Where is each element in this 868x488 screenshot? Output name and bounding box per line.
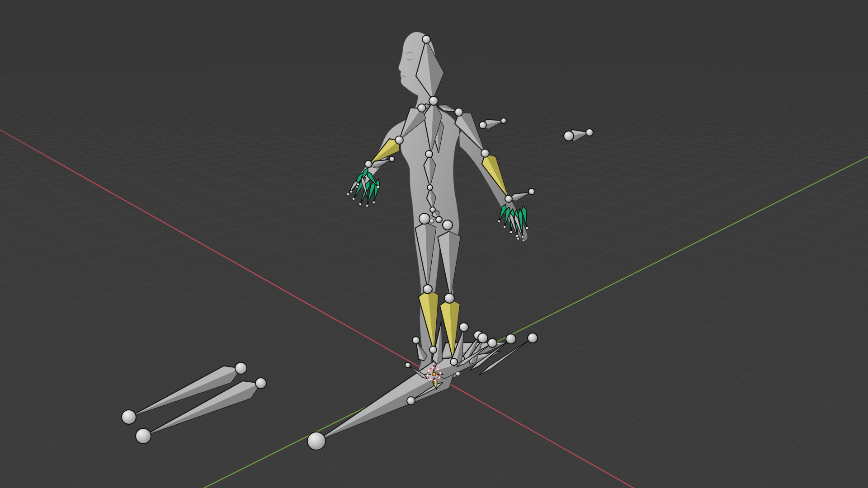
joint-sphere[interactable] [418,104,426,112]
joint-sphere[interactable] [443,220,453,230]
joint-sphere[interactable] [505,195,512,202]
joint-sphere[interactable] [389,156,395,162]
joint-sphere[interactable] [407,397,415,405]
joint-sphere[interactable] [564,131,574,141]
finger-tip-sphere[interactable] [503,225,506,228]
joint-sphere[interactable] [506,334,516,344]
joint-sphere[interactable] [488,338,497,347]
finger-tip-sphere[interactable] [509,231,512,234]
joint-sphere[interactable] [136,428,151,444]
joint-sphere[interactable] [479,122,486,129]
joint-sphere[interactable] [395,136,403,144]
finger-tip-sphere[interactable] [347,193,349,196]
finger-tip-sphere[interactable] [517,237,519,240]
joint-sphere[interactable] [456,371,460,376]
joint-sphere[interactable] [429,96,438,105]
joint-sphere[interactable] [405,362,410,368]
finger-tip-sphere[interactable] [373,201,375,204]
cursor-center-dot [432,372,436,376]
joint-sphere[interactable] [478,333,488,343]
finger-tip-sphere[interactable] [521,235,524,238]
joint-sphere[interactable] [444,293,454,303]
joint-sphere[interactable] [422,35,430,43]
joint-sphere[interactable] [436,216,442,223]
joint-sphere[interactable] [235,362,247,374]
joint-sphere[interactable] [501,118,506,123]
joint-sphere[interactable] [528,333,538,343]
joint-sphere[interactable] [429,346,437,353]
joint-sphere[interactable] [586,129,593,136]
finger-tip-sphere[interactable] [359,203,362,206]
finger-tip-sphere[interactable] [516,235,519,237]
joint-sphere[interactable] [455,108,463,116]
finger-tip-sphere[interactable] [522,239,525,242]
joint-sphere[interactable] [307,432,326,450]
finger-tip-sphere[interactable] [366,204,368,207]
joint-sphere[interactable] [419,213,430,224]
finger-tip-sphere[interactable] [377,186,379,188]
joint-sphere[interactable] [459,323,468,332]
joint-sphere[interactable] [412,337,420,344]
viewport-3d[interactable] [0,0,868,488]
joint-sphere[interactable] [423,285,432,294]
joint-sphere[interactable] [450,358,458,366]
finger-tip-sphere[interactable] [498,220,500,223]
joint-sphere[interactable] [430,207,435,212]
joint-sphere[interactable] [528,188,535,195]
finger-tip-sphere[interactable] [352,197,355,200]
joint-sphere[interactable] [122,410,136,424]
joint-sphere[interactable] [427,185,433,190]
joint-sphere[interactable] [365,160,372,168]
finger-tip-sphere[interactable] [350,190,353,193]
joint-sphere[interactable] [255,378,266,389]
joint-sphere[interactable] [481,149,489,157]
finger-tip-sphere[interactable] [526,227,528,230]
finger-tip-sphere[interactable] [357,183,359,186]
joint-sphere[interactable] [425,150,433,158]
blender-viewport-stage [0,0,868,488]
